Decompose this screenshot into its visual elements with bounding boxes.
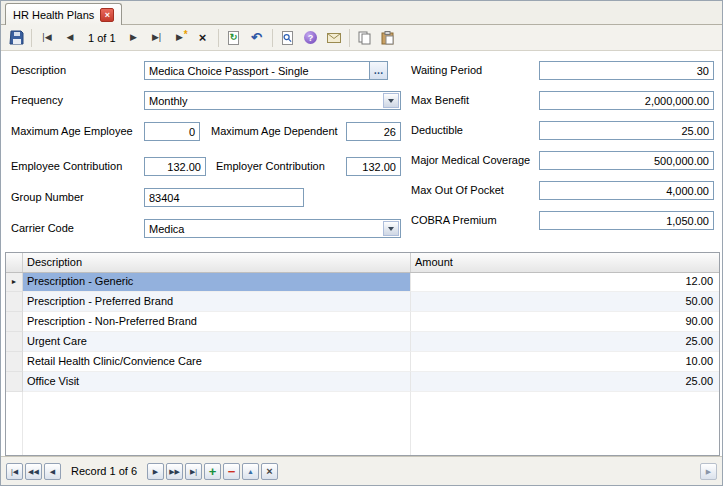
grid-header: Description Amount: [6, 253, 719, 273]
nav-next-button[interactable]: ▶: [147, 463, 164, 480]
carrier-code-select[interactable]: Medica: [144, 219, 401, 238]
group-number-value: 83404: [149, 192, 180, 204]
first-record-button[interactable]: |◀: [36, 28, 58, 48]
tab-strip: HR Health Plans ×: [1, 1, 722, 25]
cell-amount[interactable]: 12.00: [411, 272, 719, 292]
employee-contribution-input[interactable]: 132.00: [144, 157, 206, 176]
employer-contribution-label: Employer Contribution: [216, 160, 325, 173]
major-medical-coverage-input[interactable]: 500,000.00: [539, 151, 714, 170]
cell-description[interactable]: Office Visit: [23, 372, 411, 392]
cell-amount[interactable]: 25.00: [411, 372, 719, 392]
copy-button[interactable]: [354, 28, 376, 48]
carrier-code-dropdown-button[interactable]: [383, 221, 399, 236]
nav-next-page-icon: ▶▶: [169, 468, 180, 475]
hr-health-plans-window: HR Health Plans × |◀ ◀ 1 of 1 ▶ ▶| ▶ * ×…: [0, 0, 723, 486]
row-indicator: [6, 352, 23, 372]
max-benefit-input[interactable]: 2,000,000.00: [539, 91, 714, 110]
description-lookup-button[interactable]: …: [369, 61, 388, 80]
nav-next-page-button[interactable]: ▶▶: [166, 463, 183, 480]
grid-row[interactable]: Urgent Care 25.00: [6, 332, 719, 352]
scroll-right-button[interactable]: ▶: [700, 463, 717, 480]
refresh-icon: ↻: [228, 31, 239, 45]
nav-append-row-button[interactable]: +: [204, 463, 221, 480]
maximum-age-employee-label: Maximum Age Employee: [11, 125, 133, 138]
new-record-icon: ▶: [176, 33, 183, 42]
max-out-of-pocket-input[interactable]: 4,000.00: [539, 181, 714, 200]
nav-first-button[interactable]: |◀: [6, 463, 23, 480]
paste-button[interactable]: [377, 28, 399, 48]
deductible-input[interactable]: 25.00: [539, 121, 714, 140]
major-medical-coverage-value: 500,000.00: [654, 155, 709, 167]
nav-prev-button[interactable]: ◀: [44, 463, 61, 480]
nav-cancel-edit-button[interactable]: ×: [261, 463, 278, 480]
nav-edit-row-button[interactable]: ▲: [242, 463, 259, 480]
toolbar-separator: [218, 29, 219, 47]
maximum-age-employee-input[interactable]: 0: [144, 122, 200, 141]
previous-record-icon: ◀: [67, 33, 74, 42]
cell-amount[interactable]: 10.00: [411, 352, 719, 372]
group-number-input[interactable]: 83404: [144, 188, 304, 207]
nav-prev-page-icon: ◀◀: [28, 468, 39, 475]
cell-amount[interactable]: 25.00: [411, 332, 719, 352]
nav-next-icon: ▶: [153, 468, 158, 475]
grid-row[interactable]: Prescription - Preferred Brand 50.00: [6, 292, 719, 312]
tab-hr-health-plans[interactable]: HR Health Plans ×: [5, 3, 122, 25]
chevron-down-icon: [388, 99, 394, 103]
employee-contribution-value: 132.00: [167, 161, 201, 173]
help-button[interactable]: ?: [300, 28, 322, 48]
cell-amount[interactable]: 90.00: [411, 312, 719, 332]
close-icon: ×: [105, 10, 110, 20]
nav-prev-icon: ◀: [50, 468, 55, 475]
cell-description[interactable]: Prescription - Preferred Brand: [23, 292, 411, 312]
tab-title: HR Health Plans: [13, 9, 94, 21]
max-benefit-value: 2,000,000.00: [645, 95, 709, 107]
next-record-icon: ▶: [130, 33, 137, 42]
description-label: Description: [11, 64, 66, 77]
grid-row[interactable]: Office Visit 25.00: [6, 372, 719, 392]
description-input[interactable]: Medica Choice Passport - Single: [144, 61, 370, 80]
delete-record-button[interactable]: ×: [192, 28, 214, 48]
maximum-age-dependent-value: 26: [384, 126, 396, 138]
new-record-button[interactable]: ▶ *: [169, 28, 191, 48]
email-icon: [327, 33, 341, 43]
refresh-button[interactable]: ↻: [223, 28, 245, 48]
next-record-button[interactable]: ▶: [123, 28, 145, 48]
waiting-period-input[interactable]: 30: [539, 61, 714, 80]
nav-prev-page-button[interactable]: ◀◀: [25, 463, 42, 480]
nav-last-button[interactable]: ▶|: [185, 463, 202, 480]
last-record-button[interactable]: ▶|: [146, 28, 168, 48]
cell-description[interactable]: Urgent Care: [23, 332, 411, 352]
cell-amount[interactable]: 50.00: [411, 292, 719, 312]
column-header-amount[interactable]: Amount: [411, 253, 719, 272]
employer-contribution-input[interactable]: 132.00: [346, 157, 401, 176]
cell-description[interactable]: Retail Health Clinic/Convience Care: [23, 352, 411, 372]
cell-description[interactable]: Prescription - Generic: [23, 272, 411, 292]
cell-description[interactable]: Prescription - Non-Preferred Brand: [23, 312, 411, 332]
new-record-star-icon: *: [184, 29, 188, 40]
frequency-select[interactable]: Monthly: [144, 91, 401, 110]
save-button[interactable]: [5, 28, 27, 48]
undo-button[interactable]: ↶: [246, 28, 268, 48]
email-button[interactable]: [323, 28, 345, 48]
ellipsis-icon: …: [374, 66, 384, 76]
column-header-description[interactable]: Description: [23, 253, 411, 272]
frequency-dropdown-button[interactable]: [383, 93, 399, 108]
grid-row[interactable]: Retail Health Clinic/Convience Care 10.0…: [6, 352, 719, 372]
maximum-age-dependent-input[interactable]: 26: [346, 122, 401, 141]
save-icon: [9, 30, 24, 45]
first-record-icon: |◀: [42, 33, 51, 42]
cobra-premium-input[interactable]: 1,050.00: [539, 211, 714, 230]
tab-close-button[interactable]: ×: [100, 8, 114, 22]
nav-first-icon: |◀: [11, 468, 18, 475]
grid-row[interactable]: ► Prescription - Generic 12.00: [6, 272, 719, 292]
maximum-age-employee-value: 0: [189, 126, 195, 138]
copy-icon: [358, 31, 371, 45]
print-preview-icon: [282, 31, 293, 45]
grid-row[interactable]: Prescription - Non-Preferred Brand 90.00: [6, 312, 719, 332]
carrier-code-value: Medica: [149, 223, 184, 235]
previous-record-button[interactable]: ◀: [59, 28, 81, 48]
nav-delete-row-button[interactable]: −: [223, 463, 240, 480]
record-position-text: 1 of 1: [88, 32, 116, 44]
print-preview-button[interactable]: [277, 28, 299, 48]
row-indicator: [6, 312, 23, 332]
